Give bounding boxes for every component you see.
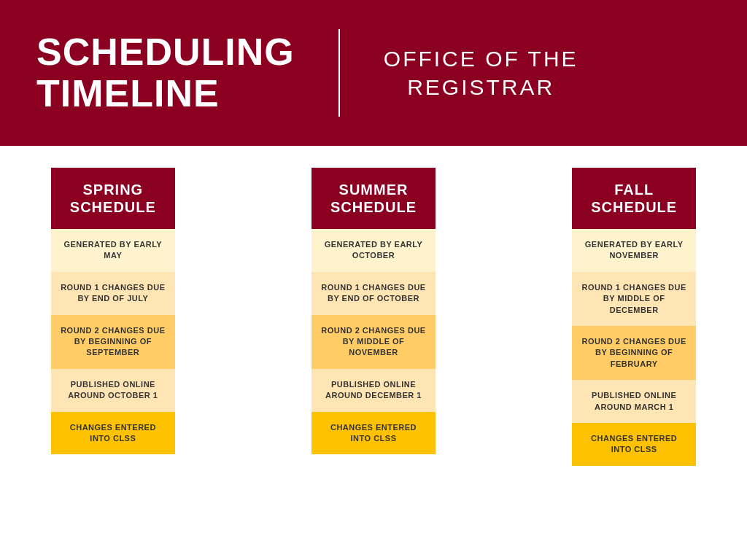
spring-row-4: PUBLISHED ONLINE AROUND OCTOBER 1 [51,369,175,412]
gap-spring-summer [175,168,312,466]
gap-summer-fall [436,168,573,466]
spring-schedule-column: SPRING SCHEDULE GENERATED BY EARLY MAY R… [51,168,175,466]
fall-schedule-column: FALL SCHEDULE GENERATED BY EARLY NOVEMBE… [572,168,696,466]
office-name: OFFICE OF THE REGISTRAR [384,44,578,101]
summer-schedule-column: SUMMER SCHEDULE GENERATED BY EARLY OCTOB… [311,168,436,466]
summer-row-1: GENERATED BY EARLY OCTOBER [311,229,436,272]
fall-row-2: ROUND 1 CHANGES DUE BY MIDDLE OF DECEMBE… [572,272,696,326]
title-line2: TIMELINE [36,72,220,114]
header-divider [338,29,340,117]
summer-row-4: PUBLISHED ONLINE AROUND DECEMBER 1 [311,369,436,412]
fall-row-4: PUBLISHED ONLINE AROUND MARCH 1 [572,380,696,423]
schedule-section: SPRING SCHEDULE GENERATED BY EARLY MAY R… [0,146,747,488]
summer-row-3: ROUND 2 CHANGES DUE BY MIDDLE OF NOVEMBE… [311,315,436,369]
spring-row-2: ROUND 1 CHANGES DUE BY END OF JULY [51,272,175,315]
fall-row-3: ROUND 2 CHANGES DUE BY BEGINNING OF FEBR… [572,326,696,380]
fall-row-5: CHANGES ENTERED INTO CLSS [572,423,696,466]
page-title: SCHEDULING TIMELINE [36,31,295,114]
header: SCHEDULING TIMELINE OFFICE OF THE REGIST… [0,0,747,146]
subtitle-line2: REGISTRAR [407,75,554,99]
title-line1: SCHEDULING [36,31,295,73]
summer-row-2: ROUND 1 CHANGES DUE BY END OF OCTOBER [311,272,436,315]
fall-schedule-header: FALL SCHEDULE [572,168,696,229]
fall-row-1: GENERATED BY EARLY NOVEMBER [572,229,696,272]
subtitle-line1: OFFICE OF THE [384,47,578,71]
spring-row-5: CHANGES ENTERED INTO CLSS [51,412,175,455]
spring-row-1: GENERATED BY EARLY MAY [51,229,175,272]
summer-schedule-header: SUMMER SCHEDULE [311,168,436,229]
summer-row-5: CHANGES ENTERED INTO CLSS [311,412,436,455]
spring-row-3: ROUND 2 CHANGES DUE BY BEGINNING OF SEPT… [51,315,175,369]
spring-schedule-header: SPRING SCHEDULE [51,168,175,229]
schedule-columns: SPRING SCHEDULE GENERATED BY EARLY MAY R… [51,168,696,466]
